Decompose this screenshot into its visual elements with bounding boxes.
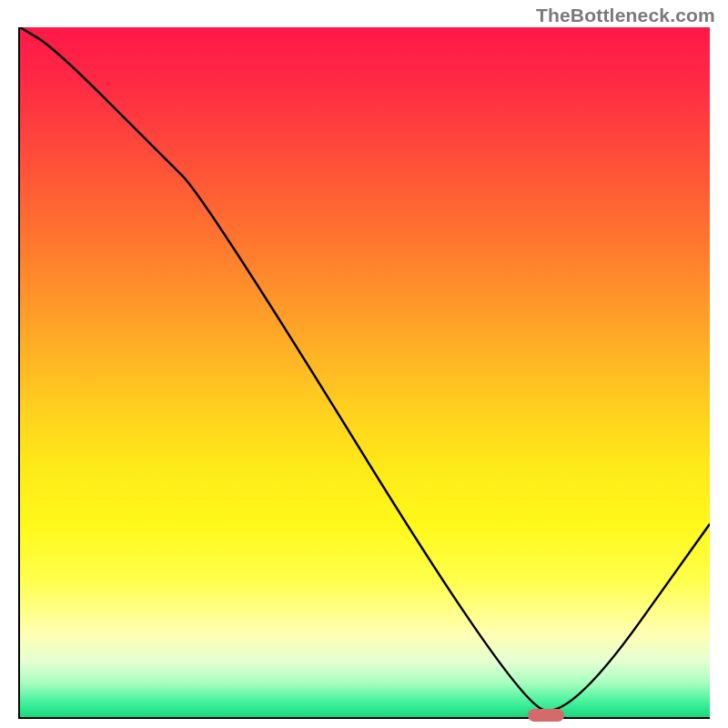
bottleneck-curve xyxy=(20,27,710,717)
optimal-marker xyxy=(528,709,564,722)
curve-path xyxy=(20,27,710,711)
watermark-text: TheBottleneck.com xyxy=(536,5,715,26)
plot-area xyxy=(18,27,710,719)
